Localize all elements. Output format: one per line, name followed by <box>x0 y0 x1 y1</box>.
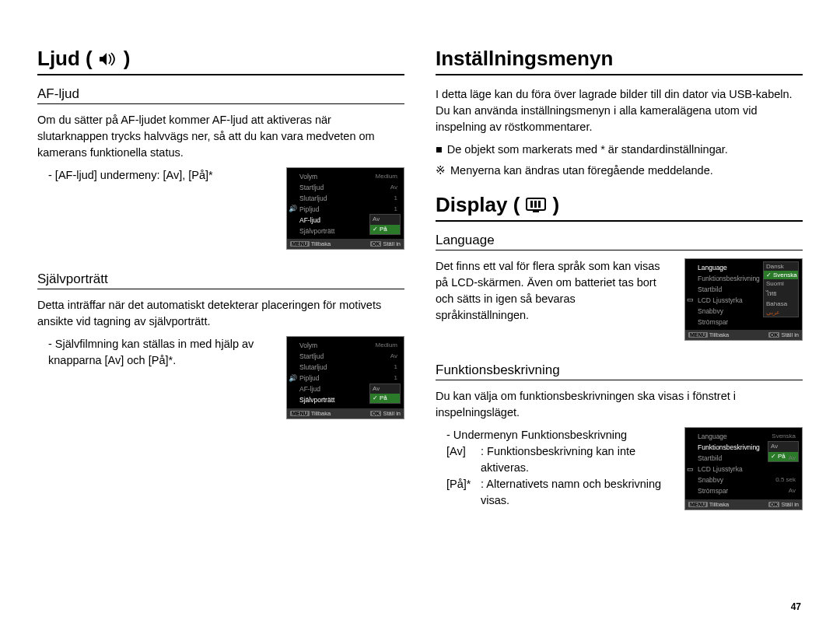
heading-suffix: ) <box>124 47 131 71</box>
settings-body: I detta läge kan du föra över lagrade bi… <box>436 86 803 135</box>
language-subhead: Language <box>436 233 803 250</box>
camera-menu-funcdesc: LanguageSvenska Funktionsbeskrivning Av … <box>684 427 803 510</box>
funcdesc-pa-row: [På]* : Alternativets namn och beskrivni… <box>446 476 670 509</box>
bullet-standard: ■ De objekt som markerats med * är stand… <box>436 142 803 158</box>
display-icon <box>526 198 546 213</box>
funcdesc-av-row: [Av] : Funktionsbeskrivning kan inte akt… <box>446 443 670 476</box>
speaker-icon <box>99 51 117 67</box>
display-small-icon: ▭ <box>687 465 694 475</box>
svg-rect-4 <box>533 211 539 212</box>
language-body: Det finns ett val för flera språk som ka… <box>436 258 670 324</box>
speaker-small-icon: 🔊 <box>289 374 297 384</box>
display-small-icon: ▭ <box>687 296 694 305</box>
camera-menu-language: Language Funktionsbeskrivning Startbild … <box>684 258 803 341</box>
selfportrait-subhead: Självporträtt <box>37 271 404 289</box>
display-heading: Display ( ) <box>436 193 803 222</box>
af-sound-section: AF-ljud Om du sätter på AF-ljudet kommer… <box>37 86 404 250</box>
display-prefix: Display ( <box>436 193 520 217</box>
svg-rect-2 <box>534 201 537 208</box>
svg-rect-1 <box>530 201 533 208</box>
left-column: Ljud ( ) AF-ljud Om du sätter på AF-ljud… <box>37 47 404 532</box>
heading-prefix: Ljud ( <box>37 47 93 71</box>
page-number: 47 <box>791 601 801 612</box>
right-column: Inställningsmenyn I detta läge kan du fö… <box>436 47 803 532</box>
settings-heading: Inställningsmenyn <box>436 47 803 75</box>
display-suffix: ) <box>552 193 559 217</box>
af-sound-subhead: AF-ljud <box>37 86 404 104</box>
funcdesc-subhead: Funktionsbeskrivning <box>436 363 803 380</box>
selfportrait-body: Detta inträffar när det automatiskt dete… <box>37 297 404 330</box>
speaker-small-icon: 🔊 <box>289 205 297 214</box>
bullet-notice: ※ Menyerna kan ändras utan föregående me… <box>436 163 803 179</box>
af-sound-body: Om du sätter på AF-ljudet kommer AF-ljud… <box>37 112 404 161</box>
camera-menu-selfportrait: VolymMedium StartljudAv Slutarljud1 🔊Pip… <box>286 336 404 419</box>
selfportrait-submenu-text: - Självfilmning kan ställas in med hjälp… <box>37 336 272 369</box>
funcdesc-section: Funktionsbeskrivning Du kan välja om fun… <box>436 363 803 510</box>
camera-menu-af: VolymMedium StartljudAv Slutarljud1 🔊Pip… <box>286 167 404 250</box>
language-section: Language Det finns ett val för flera spr… <box>436 233 803 341</box>
sound-heading: Ljud ( ) <box>37 47 404 75</box>
svg-rect-3 <box>538 201 541 208</box>
selfportrait-section: Självporträtt Detta inträffar när det au… <box>37 271 404 419</box>
funcdesc-sublabel: - Undermenyn Funktionsbeskrivning <box>436 427 670 443</box>
af-submenu-text: - [AF-ljud] undermeny: [Av], [På]* <box>37 167 272 184</box>
funcdesc-body: Du kan välja om funktionsbeskrivningen s… <box>436 388 803 421</box>
